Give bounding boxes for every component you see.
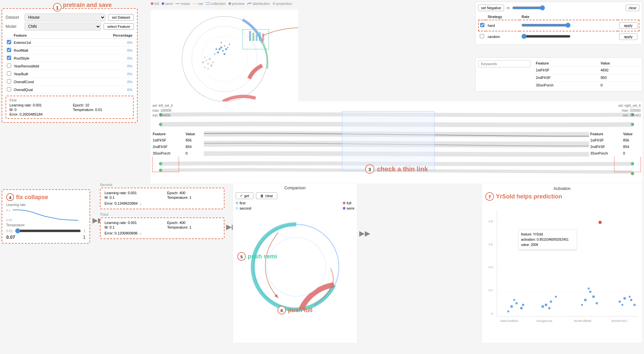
third-temp: Temperature: 1: [167, 225, 220, 229]
step3-label: check a thin link: [377, 165, 428, 173]
temp-max: 1: [84, 229, 86, 233]
down-arrow-icon2: ↓: [140, 231, 142, 236]
legend-semi: semi: [162, 2, 173, 6]
legend-collection: collection: [206, 2, 226, 6]
dataset-label: Dataset: [6, 15, 22, 20]
svg-point-92: [621, 304, 623, 306]
list-item: 1stFlrSF 856: [589, 137, 641, 143]
svg-point-72: [516, 302, 518, 305]
feature-checkbox[interactable]: [7, 64, 11, 68]
lr-value: Learning rate: 0.001: [10, 103, 67, 107]
svg-point-8: [222, 50, 224, 52]
svg-rect-31: [259, 32, 261, 41]
svg-point-74: [507, 310, 509, 312]
step4-label: fix collapse: [16, 194, 48, 201]
left-fv-table: Feature Value 1stFlrSF 856 2ndFlrSF 854 …: [151, 131, 204, 157]
svg-text:0.8: 0.8: [489, 220, 493, 223]
svg-point-22: [204, 57, 205, 58]
strategy-panel: set Negative m clear Strategy Rate hard …: [475, 2, 642, 45]
table-row: YearRemodAdd 0%: [6, 62, 134, 70]
set-dataset-button[interactable]: set Dataset: [108, 14, 134, 21]
svg-point-79: [541, 305, 544, 308]
feature-checkbox[interactable]: [7, 40, 11, 44]
comparison-panel: Comparison ✓ get 🗑 clear first second fu…: [233, 183, 357, 343]
push-viz: 5 push semi 6 push full: [236, 213, 354, 318]
col-percentage: Percentage: [80, 32, 134, 39]
hard-checkbox[interactable]: [480, 23, 484, 27]
m-slider[interactable]: [512, 5, 545, 10]
svg-point-87: [596, 302, 598, 305]
svg-point-78: [550, 301, 552, 303]
scatter-plot: 0 0.2 0.4 0.6 0.8 SaleCondition GarageAr…: [485, 203, 639, 328]
svg-point-83: [589, 291, 592, 293]
svg-point-85: [592, 295, 595, 298]
legend-projection: projection: [273, 2, 292, 6]
svg-point-9: [217, 51, 219, 53]
legend-distribution: distribution: [247, 2, 270, 6]
feature-checkbox[interactable]: [7, 48, 11, 52]
svg-rect-28: [249, 31, 251, 41]
step7-badge: 7: [485, 192, 494, 201]
feature-pct: 0%: [80, 70, 134, 78]
svg-text:BsmtFinSF1: BsmtFinSF1: [612, 319, 628, 323]
table-row: OverallQual 0%: [6, 86, 134, 94]
clear-button[interactable]: clear: [626, 5, 639, 11]
svg-point-12: [227, 47, 228, 48]
select-feature-button[interactable]: select Feature: [104, 23, 134, 30]
down-arrow-icon: ↓: [140, 201, 142, 206]
feature-checkbox[interactable]: [7, 56, 11, 60]
svg-point-17: [214, 53, 215, 55]
comparison-clear-button[interactable]: 🗑 clear: [256, 192, 277, 199]
set-negative-button[interactable]: set Negative: [478, 5, 504, 11]
table-row: YearBuilt 0%: [6, 70, 134, 78]
get-button[interactable]: ✓ get: [236, 192, 253, 199]
temperature-slider[interactable]: [15, 228, 81, 233]
random-slider[interactable]: [521, 34, 571, 39]
step5-label: push semi: [248, 253, 277, 260]
main-viz: [151, 10, 298, 102]
svg-rect-49: [342, 111, 435, 170]
third-lr: Learning rate: 0.001: [105, 221, 157, 225]
activation-title: Activation: [485, 186, 639, 191]
feature-checkbox[interactable]: [7, 79, 11, 84]
activation-tooltip: feature: YrSold activation: 0.8515346050…: [518, 230, 577, 250]
step4-badge: 4: [6, 193, 14, 201]
svg-point-80: [555, 296, 557, 298]
third-m: M: 0.1: [105, 225, 157, 229]
m-value: M: 0: [10, 108, 67, 112]
temp-label: Temperature: [6, 223, 86, 227]
second-epoch: Epoch: 400: [167, 191, 220, 195]
dataset-select[interactable]: House: [25, 13, 106, 21]
feature-checkbox[interactable]: [7, 71, 11, 76]
svg-rect-32: [262, 33, 264, 41]
model-select[interactable]: CNN: [25, 23, 101, 30]
svg-point-15: [221, 42, 222, 43]
feature-table: Feature Percentage Exterior1st 0% RoofMa…: [6, 32, 134, 94]
second-node: Learning rate: 0.001 Epoch: 400 M: 0.1 T…: [100, 188, 224, 209]
list-item: 2ndFlrSF 950: [533, 74, 639, 82]
m-label: m: [507, 6, 510, 10]
keywords-input[interactable]: [478, 60, 531, 67]
svg-point-73: [520, 307, 523, 309]
step1-badge: 1: [53, 3, 62, 11]
svg-point-18: [209, 58, 211, 60]
random-checkbox[interactable]: [480, 34, 484, 38]
hard-apply-button[interactable]: apply: [619, 22, 637, 29]
svg-point-19: [207, 63, 209, 65]
strategy-row-hard: hard apply: [478, 20, 639, 31]
svg-point-11: [225, 48, 227, 50]
svg-point-86: [588, 288, 590, 289]
random-apply-button[interactable]: apply: [619, 33, 637, 40]
feature-pct: 0%: [80, 62, 134, 70]
hard-slider[interactable]: [521, 23, 571, 28]
trash-icon: 🗑: [260, 194, 264, 198]
activation-panel: Activation 7 YrSold helps prediction 0 0…: [482, 183, 642, 343]
feature-checkbox[interactable]: [7, 87, 11, 91]
strategy-row-random: random apply: [478, 31, 639, 42]
legend-preview: preview: [228, 2, 244, 6]
strategy-name-random: random: [486, 31, 519, 42]
fv-col-feature: Feature: [533, 60, 598, 66]
list-item: 1stFlrSF 856: [151, 137, 204, 143]
svg-point-94: [598, 221, 602, 224]
svg-rect-30: [256, 34, 258, 41]
